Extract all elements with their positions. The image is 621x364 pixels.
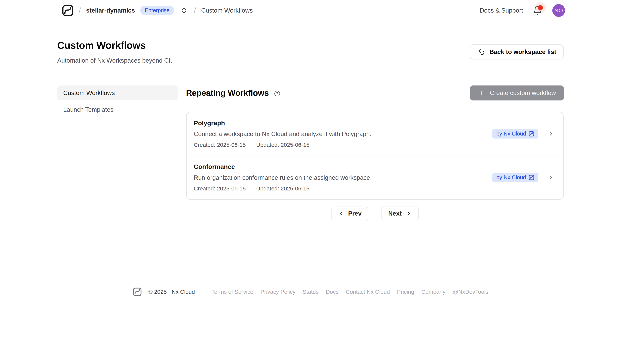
workflow-row-polygraph[interactable]: Polygraph Connect a workspace to Nx Clou… bbox=[187, 112, 563, 156]
create-button-label: Create custom workflow bbox=[490, 89, 556, 96]
by-nx-cloud-badge[interactable]: by Nx Cloud bbox=[492, 173, 538, 182]
sidebar-item-custom-workflows[interactable]: Custom Workflows bbox=[57, 85, 178, 100]
chevron-right-icon bbox=[547, 174, 554, 181]
workflow-title: Polygraph bbox=[194, 119, 372, 127]
page-content: Custom Workflows Automation of Nx Worksp… bbox=[0, 21, 621, 276]
prev-page-button[interactable]: Prev bbox=[331, 206, 368, 221]
footer-links: Terms of Service Privacy Policy Status D… bbox=[211, 289, 488, 295]
help-button[interactable] bbox=[274, 91, 280, 97]
workflow-row-actions: by Nx Cloud bbox=[492, 173, 554, 182]
footer-link-terms[interactable]: Terms of Service bbox=[211, 289, 253, 295]
workflow-updated: Updated: 2025-06-15 bbox=[256, 185, 310, 192]
section-title: Repeating Workflows bbox=[186, 88, 269, 98]
nx-mini-logo-icon bbox=[529, 175, 534, 180]
workflow-updated: Updated: 2025-06-15 bbox=[256, 142, 310, 148]
top-navbar: / stellar-dynamics Enterprise / Custom W… bbox=[0, 0, 621, 21]
notification-dot bbox=[538, 5, 543, 10]
nx-logo-footer bbox=[133, 287, 142, 296]
page-title: Custom Workflows bbox=[57, 40, 172, 51]
pagination: Prev Next bbox=[186, 206, 564, 221]
workflow-info: Conformance Run organization conformance… bbox=[194, 163, 372, 192]
workflows-card: Polygraph Connect a workspace to Nx Clou… bbox=[186, 112, 564, 200]
workflow-created: Created: 2025-06-15 bbox=[194, 185, 246, 192]
back-to-workspace-list-button[interactable]: Back to workspace list bbox=[470, 44, 564, 59]
workflow-dates: Created: 2025-06-15 Updated: 2025-06-15 bbox=[194, 185, 372, 192]
next-page-button[interactable]: Next bbox=[381, 206, 419, 221]
undo-arrow-icon bbox=[477, 48, 485, 56]
badge-label: by Nx Cloud bbox=[496, 174, 526, 180]
workflow-row-conformance[interactable]: Conformance Run organization conformance… bbox=[187, 156, 563, 199]
docs-support-link[interactable]: Docs & Support bbox=[480, 7, 523, 14]
page-subtitle: Automation of Nx Workspaces beyond CI. bbox=[57, 57, 172, 64]
by-nx-cloud-badge[interactable]: by Nx Cloud bbox=[492, 129, 538, 139]
chevron-right-icon bbox=[405, 210, 412, 217]
breadcrumb-separator: / bbox=[79, 6, 81, 15]
sidebar-item-launch-templates[interactable]: Launch Templates bbox=[57, 102, 178, 117]
breadcrumb-separator: / bbox=[194, 6, 196, 15]
workflow-description: Connect a workspace to Nx Cloud and anal… bbox=[194, 130, 372, 138]
create-custom-workflow-button[interactable]: Create custom workflow bbox=[470, 85, 564, 100]
plan-badge: Enterprise bbox=[140, 6, 174, 15]
next-label: Next bbox=[388, 210, 402, 217]
plus-icon bbox=[478, 89, 485, 96]
help-circle-icon bbox=[274, 91, 280, 97]
chevrons-up-down-icon bbox=[180, 7, 188, 15]
footer-link-company[interactable]: Company bbox=[421, 289, 445, 295]
nx-logo[interactable] bbox=[62, 5, 74, 16]
badge-label: by Nx Cloud bbox=[496, 131, 526, 137]
app-root: / stellar-dynamics Enterprise / Custom W… bbox=[0, 0, 621, 364]
footer-link-contact[interactable]: Contact Nx Cloud bbox=[346, 289, 390, 295]
workspace-switcher-button[interactable] bbox=[179, 6, 189, 15]
footer: © 2025 - Nx Cloud Terms of Service Priva… bbox=[0, 276, 621, 296]
content-row: Custom Workflows Launch Templates Repeat… bbox=[57, 85, 564, 221]
footer-link-pricing[interactable]: Pricing bbox=[397, 289, 414, 295]
notifications-button[interactable] bbox=[533, 5, 543, 16]
workflow-created: Created: 2025-06-15 bbox=[194, 142, 246, 148]
chevron-right-icon bbox=[547, 130, 554, 137]
settings-sidebar: Custom Workflows Launch Templates bbox=[57, 85, 178, 117]
footer-link-privacy[interactable]: Privacy Policy bbox=[260, 289, 295, 295]
navbar-actions: Docs & Support NO bbox=[480, 4, 565, 17]
breadcrumb-page: Custom Workflows bbox=[201, 7, 253, 14]
prev-label: Prev bbox=[348, 210, 362, 217]
user-avatar[interactable]: NO bbox=[552, 4, 565, 17]
workflow-title: Conformance bbox=[194, 163, 372, 170]
workflow-row-actions: by Nx Cloud bbox=[492, 129, 554, 139]
page-title-block: Custom Workflows Automation of Nx Worksp… bbox=[57, 40, 172, 64]
footer-link-docs[interactable]: Docs bbox=[326, 289, 339, 295]
main-panel: Repeating Workflows bbox=[186, 85, 564, 221]
nx-mini-logo-icon bbox=[529, 131, 534, 137]
section-heading: Repeating Workflows bbox=[186, 88, 280, 98]
footer-copyright: © 2025 - Nx Cloud bbox=[149, 289, 195, 295]
workflow-dates: Created: 2025-06-15 Updated: 2025-06-15 bbox=[194, 142, 372, 148]
workflow-description: Run organization conformance rules on th… bbox=[194, 174, 372, 181]
footer-link-nxdevtools[interactable]: @NxDevTools bbox=[453, 289, 488, 295]
breadcrumb: / stellar-dynamics Enterprise / Custom W… bbox=[62, 5, 253, 16]
chevron-left-icon bbox=[338, 210, 344, 217]
back-button-label: Back to workspace list bbox=[489, 48, 556, 55]
footer-link-status[interactable]: Status bbox=[303, 289, 319, 295]
breadcrumb-workspace[interactable]: stellar-dynamics bbox=[86, 7, 135, 14]
page-header: Custom Workflows Automation of Nx Worksp… bbox=[57, 21, 564, 64]
main-header: Repeating Workflows bbox=[186, 85, 564, 100]
workflow-info: Polygraph Connect a workspace to Nx Clou… bbox=[194, 119, 372, 148]
